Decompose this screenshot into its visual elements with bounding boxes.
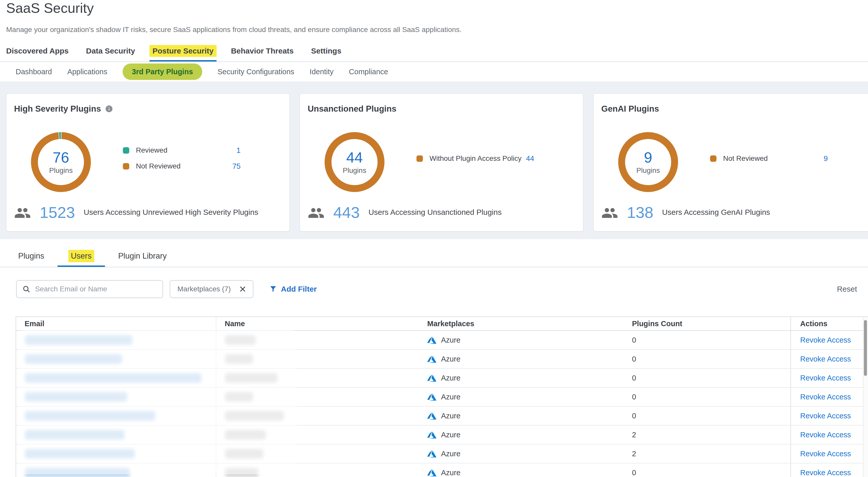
donut-label: Plugins [343,167,366,175]
add-filter-button[interactable]: Add Filter [269,285,317,293]
actions-cell: Revoke Access [790,464,863,477]
sub-tab[interactable]: Applications [67,68,107,76]
legend-value: 44 [526,154,534,163]
main-tab[interactable]: Posture Security [150,45,217,62]
panel-divider [0,267,868,267]
main-tab[interactable]: Data Security [83,45,138,62]
revoke-access-link[interactable]: Revoke Access [800,412,851,420]
redacted-email-link[interactable] [25,430,125,440]
table-row: Azure 0 Revoke Access [16,464,863,477]
email-cell [16,464,216,477]
donut-chart: 44 Plugins [324,132,384,192]
users-icon [14,204,31,220]
marketplace-cell: Azure [422,464,626,477]
main-tabs: Discovered Apps Data Security Posture Se… [3,45,344,62]
plugins-count-cell: 0 [626,331,790,349]
page-title: SaaS Security [6,0,94,17]
actions-cell: Revoke Access [790,350,863,368]
main-tab-label: Data Security [83,45,138,57]
panel-tab-label: Users [68,250,94,262]
redacted-name [225,335,256,345]
funnel-icon [269,285,277,293]
panel-tab[interactable]: Plugin Library [105,246,180,267]
revoke-access-link[interactable]: Revoke Access [800,469,851,477]
table-row: Azure 0 Revoke Access [16,350,863,369]
legend-label: Not Reviewed [136,162,181,170]
column-header-email: Email [16,317,216,330]
footer-label: Users Accessing Unsanctioned Plugins [368,208,501,217]
sub-tab[interactable]: Compliance [349,68,388,76]
saas-security-page: SaaS Security Manage your organization's… [0,0,868,477]
redacted-email-link[interactable] [25,354,122,364]
marketplace-cell: Azure [422,425,626,444]
sub-tab[interactable]: 3rd Party Plugins [123,68,202,76]
search-input[interactable] [35,285,153,293]
plugins-count-cell: 0 [626,407,790,425]
revoke-access-link[interactable]: Revoke Access [800,431,851,439]
revoke-access-link[interactable]: Revoke Access [800,393,851,401]
reset-button[interactable]: Reset [837,285,857,293]
panel-tab[interactable]: Users [58,246,105,267]
revoke-access-link[interactable]: Revoke Access [800,450,851,458]
column-header-plugins-count: Plugins Count [626,317,790,330]
info-icon[interactable] [105,105,113,113]
revoke-access-link[interactable]: Revoke Access [800,336,851,345]
redacted-email-link[interactable] [25,392,127,402]
card-header: Unsanctioned Plugins [308,104,397,114]
redacted-email-link[interactable] [25,411,155,421]
redacted-email-link[interactable] [25,373,202,383]
filter-toolbar: Marketplaces (7) Add Filter Reset [16,279,857,299]
main-tab[interactable]: Settings [308,45,344,62]
sub-tabs: Dashboard Applications 3rd Party Plugins… [16,62,388,82]
users-table: Email Name Marketplaces Plugins Count Ac… [16,317,868,477]
main-tab-label: Behavior Threats [228,45,297,57]
azure-icon [427,412,436,420]
close-icon[interactable] [240,286,246,292]
azure-icon [427,393,436,401]
legend-swatch [123,147,129,154]
summary-card: GenAI Plugins 9 Plugins [593,93,868,232]
panel-tab[interactable]: Plugins [5,246,58,267]
donut-label: Plugins [49,167,73,175]
sub-tab-label: 3rd Party Plugins [123,63,202,80]
sub-tab[interactable]: Security Configurations [218,68,294,76]
sub-tab[interactable]: Identity [310,68,334,76]
donut-chart: 76 Plugins [31,132,91,192]
marketplace-label: Azure [441,336,461,345]
revoke-access-link[interactable]: Revoke Access [800,374,851,382]
plugins-count-cell: 2 [626,425,790,444]
main-tab-label: Settings [308,45,344,57]
main-tab[interactable]: Discovered Apps [3,45,72,62]
table-row: Azure 2 Revoke Access [16,445,863,464]
revoke-access-link[interactable]: Revoke Access [800,355,851,363]
table-header: Email Name Marketplaces Plugins Count Ac… [16,317,863,331]
search-box[interactable] [16,280,163,298]
scrollbar-thumb[interactable] [864,320,867,376]
donut-legend: Reviewed 1 Not Reviewed 75 [123,144,241,176]
marketplaces-filter-chip[interactable]: Marketplaces (7) [170,280,253,298]
redacted-email-link[interactable] [25,449,135,458]
table-row: Azure 0 Revoke Access [16,388,863,407]
redacted-email-link[interactable] [25,335,132,345]
sub-tab-label: Applications [67,68,107,76]
actions-cell: Revoke Access [790,369,863,387]
plugins-count-cell: 0 [626,369,790,387]
table-row: Azure 0 Revoke Access [16,331,863,350]
redacted-name [225,449,264,458]
legend-label: Not Reviewed [723,154,768,162]
panel-tab-label: Plugin Library [116,250,169,262]
main-tab[interactable]: Behavior Threats [228,45,297,62]
redacted-email-link[interactable] [25,468,130,477]
panel-tabs: Plugins Users Plugin Library [5,246,180,267]
marketplace-cell: Azure [422,407,626,425]
marketplace-label: Azure [441,450,461,458]
azure-icon [427,450,436,457]
redacted-name [225,411,284,421]
main-tab-label: Posture Security [150,45,217,57]
donut-value: 44 [346,150,363,166]
sub-tab[interactable]: Dashboard [16,68,52,76]
legend-value: 1 [237,146,241,155]
name-cell [216,350,422,368]
legend-swatch [710,155,716,162]
donut-value: 76 [53,150,69,166]
